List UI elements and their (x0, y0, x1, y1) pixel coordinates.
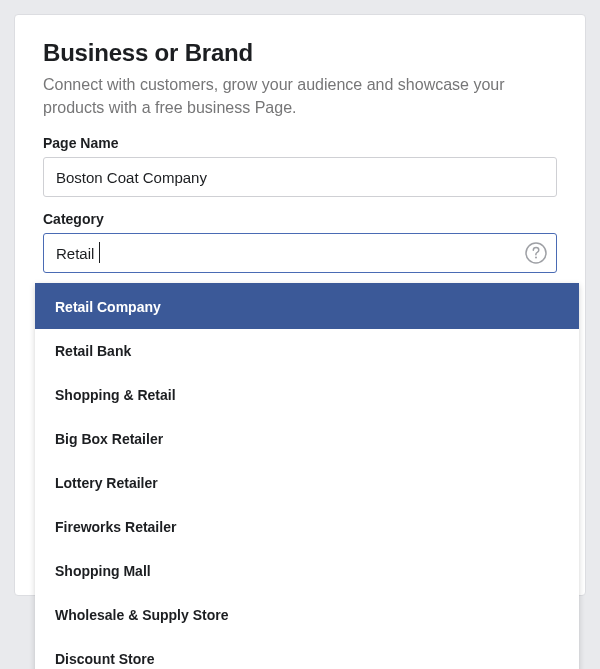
svg-point-1 (535, 257, 537, 259)
category-option[interactable]: Retail Bank (35, 329, 579, 373)
category-label: Category (43, 211, 557, 227)
create-page-card: Business or Brand Connect with customers… (14, 14, 586, 596)
category-input[interactable] (43, 233, 557, 273)
category-option[interactable]: Shopping & Retail (35, 373, 579, 417)
category-option[interactable]: Wholesale & Supply Store (35, 593, 579, 637)
category-option[interactable]: Retail Company (35, 285, 579, 329)
category-option[interactable]: Big Box Retailer (35, 417, 579, 461)
text-caret (99, 242, 100, 263)
category-field-wrap (43, 233, 557, 273)
page-name-input[interactable] (43, 157, 557, 197)
category-option[interactable]: Discount Store (35, 637, 579, 669)
page-name-label: Page Name (43, 135, 557, 151)
category-dropdown: Retail CompanyRetail BankShopping & Reta… (35, 283, 579, 669)
category-option[interactable]: Lottery Retailer (35, 461, 579, 505)
help-icon[interactable] (525, 242, 547, 264)
page-subtitle: Connect with customers, grow your audien… (43, 73, 557, 119)
category-option[interactable]: Shopping Mall (35, 549, 579, 593)
category-option[interactable]: Fireworks Retailer (35, 505, 579, 549)
page-title: Business or Brand (43, 39, 557, 67)
